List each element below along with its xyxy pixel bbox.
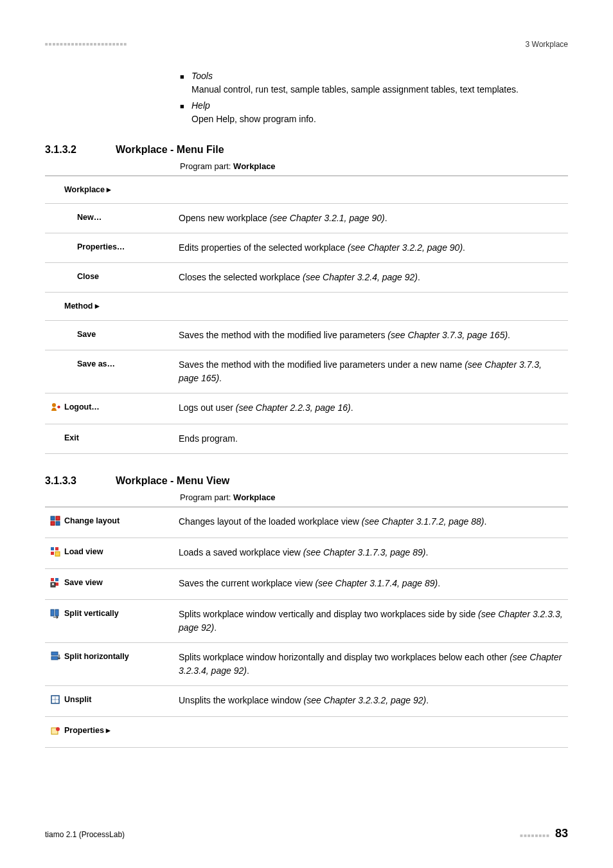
table-row: Properties ▸	[45, 717, 568, 748]
svg-rect-9	[51, 578, 54, 581]
menu-item-label: Method ▸	[45, 293, 173, 321]
change-layout-icon	[50, 516, 60, 526]
program-part-file: Program part: Workplace	[180, 160, 568, 173]
menu-item-label: Load view	[45, 538, 173, 568]
section-number: 3.1.3.3	[45, 473, 116, 489]
properties-icon	[50, 726, 60, 736]
program-part-view: Program part: Workplace	[180, 491, 568, 504]
svg-rect-4	[56, 521, 60, 525]
load-view-icon	[50, 547, 60, 557]
menu-item-description: Unsplits the workplace window (see Chapt…	[173, 686, 568, 717]
menu-item-label: Exit	[45, 424, 173, 454]
menu-item-description: Saves the method with the modified live …	[173, 350, 568, 393]
menu-item-description: Closes the selected workplace (see Chapt…	[173, 263, 568, 293]
menu-item-description: Saves the method with the modified live …	[173, 321, 568, 350]
menu-item-label: Save as…	[45, 350, 173, 393]
menu-item-label: Properties ▸	[45, 717, 173, 748]
menu-item-label: Close	[45, 263, 173, 293]
svg-rect-17	[51, 656, 58, 660]
menu-file-table: Workplace ▸New…Opens new workplace (see …	[45, 176, 568, 455]
bullet-text: Manual control, run test, sample tables,…	[191, 83, 568, 96]
svg-point-0	[52, 403, 56, 407]
table-row: Change layoutChanges layout of the loade…	[45, 507, 568, 538]
menu-item-label: New…	[45, 204, 173, 233]
menu-view-table: Change layoutChanges layout of the loade…	[45, 507, 568, 748]
svg-rect-14	[51, 610, 54, 616]
bullet-title: Help	[191, 99, 568, 113]
table-row: Logout…Logs out user (see Chapter 2.2.3,…	[45, 393, 568, 424]
menu-item-label: Logout…	[45, 393, 173, 424]
menu-item-label: Change layout	[45, 507, 173, 538]
intro-bullets: ■ Tools Manual control, run test, sample…	[180, 69, 568, 126]
table-row: Split horizontallySplits workplace windo…	[45, 643, 568, 686]
header-chapter: 3 Workplace	[526, 39, 568, 50]
svg-rect-2	[56, 516, 60, 520]
table-row: Workplace ▸	[45, 176, 568, 204]
page-header: ■■■■■■■■■■■■■■■■■■■■■■ 3 Workplace	[45, 39, 568, 50]
table-row: UnsplitUnsplits the workplace window (se…	[45, 686, 568, 717]
table-row: Save as…Saves the method with the modifi…	[45, 350, 568, 393]
page-footer: tiamo 2.1 (ProcessLab) ■■■■■■■■ 83	[45, 825, 568, 842]
svg-rect-10	[55, 578, 58, 581]
menu-item-label: Unsplit	[45, 686, 173, 717]
menu-item-label: Save view	[45, 568, 173, 599]
svg-rect-3	[51, 521, 55, 525]
bullet-title: Tools	[191, 69, 568, 83]
section-title: Workplace - Menu View	[116, 473, 229, 489]
section-title: Workplace - Menu File	[116, 142, 224, 158]
split-vertical-icon	[50, 608, 60, 619]
menu-item-description	[173, 176, 568, 204]
save-view-icon	[50, 577, 60, 588]
table-row: Split verticallySplits workplace window …	[45, 600, 568, 643]
table-row: SaveSaves the method with the modified l…	[45, 321, 568, 350]
menu-item-description: Loads a saved workplace view (see Chapte…	[173, 538, 568, 568]
svg-rect-1	[51, 516, 55, 520]
menu-item-description: Logs out user (see Chapter 2.2.3, page 1…	[173, 393, 568, 424]
split-horizontal-icon	[50, 651, 60, 662]
bullet-mark: ■	[180, 99, 191, 126]
footer-product: tiamo 2.1 (ProcessLab)	[45, 829, 125, 840]
svg-rect-5	[51, 547, 54, 550]
table-row: Load viewLoads a saved workplace view (s…	[45, 538, 568, 568]
svg-rect-16	[51, 652, 58, 655]
svg-rect-13	[52, 583, 54, 585]
footer-ornament: ■■■■■■■■	[520, 832, 550, 840]
svg-rect-11	[55, 583, 58, 586]
menu-item-label: Split vertically	[45, 600, 173, 643]
page-number: 83	[555, 825, 568, 842]
menu-item-description: Saves the current workplace view (see Ch…	[173, 568, 568, 599]
svg-point-22	[56, 727, 60, 731]
menu-item-label: Workplace ▸	[45, 176, 173, 204]
menu-item-description: Changes layout of the loaded workplace v…	[173, 507, 568, 538]
table-row: CloseCloses the selected workplace (see …	[45, 263, 568, 293]
svg-rect-6	[55, 547, 58, 550]
logout-icon	[50, 402, 60, 412]
table-row: New…Opens new workplace (see Chapter 3.2…	[45, 204, 568, 233]
bullet-mark: ■	[180, 69, 191, 96]
unsplit-icon	[50, 694, 60, 705]
menu-item-label: Split horizontally	[45, 643, 173, 686]
table-row: Method ▸	[45, 293, 568, 321]
menu-item-description: Ends program.	[173, 424, 568, 454]
section-heading-view: 3.1.3.3 Workplace - Menu View	[45, 473, 568, 489]
header-ornament: ■■■■■■■■■■■■■■■■■■■■■■	[45, 41, 127, 48]
menu-item-description: Edits properties of the selected workpla…	[173, 233, 568, 263]
table-row: Properties…Edits properties of the selec…	[45, 233, 568, 263]
menu-item-description: Splits workplace window vertically and d…	[173, 600, 568, 643]
table-row: ExitEnds program.	[45, 424, 568, 454]
section-number: 3.1.3.2	[45, 142, 116, 158]
table-row: Save viewSaves the current workplace vie…	[45, 568, 568, 599]
menu-item-description: Splits workplace window horizontally and…	[173, 643, 568, 686]
section-heading-file: 3.1.3.2 Workplace - Menu File	[45, 142, 568, 158]
svg-rect-15	[55, 610, 58, 616]
menu-item-label: Properties…	[45, 233, 173, 263]
menu-item-description	[173, 717, 568, 748]
menu-item-description: Opens new workplace (see Chapter 3.2.1, …	[173, 204, 568, 233]
svg-rect-7	[51, 552, 54, 555]
menu-item-label: Save	[45, 321, 173, 350]
bullet-text: Open Help, show program info.	[191, 113, 568, 126]
menu-item-description	[173, 293, 568, 321]
svg-rect-8	[55, 552, 60, 556]
